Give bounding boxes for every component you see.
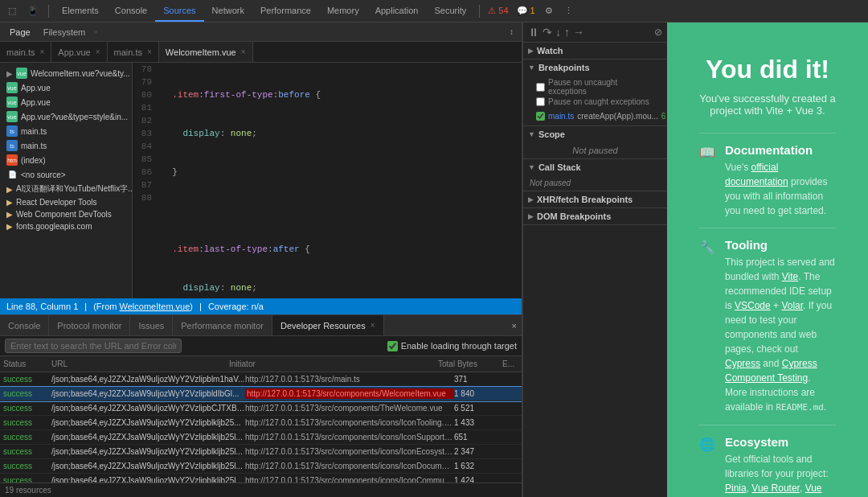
enable-loading-checkbox[interactable]: [387, 341, 398, 351]
call-stack-header[interactable]: ▼ Call Stack: [523, 159, 667, 175]
code-editor[interactable]: 78 79 80 81 82 83 84 85 86 87 88 .item:f…: [133, 63, 522, 298]
step-out-button[interactable]: ↑: [564, 26, 570, 39]
source-link[interactable]: WelcomeItem.vue: [120, 302, 190, 311]
tree-item-main-ts-1[interactable]: ts main.ts: [0, 124, 132, 138]
vue-router-link[interactable]: Vue Router: [751, 483, 800, 494]
inspect-button[interactable]: ⬚: [3, 4, 21, 18]
step-button[interactable]: →: [573, 26, 584, 39]
vue-file-icon: vue: [6, 111, 18, 122]
tab-security[interactable]: Security: [426, 0, 474, 22]
tree-item-no-source[interactable]: 📄 <no source>: [0, 167, 132, 182]
close-bottom-panel[interactable]: ×: [507, 319, 522, 332]
pinia-link[interactable]: Pinia: [725, 483, 747, 494]
tree-item-app-vue-1[interactable]: vue App.vue: [0, 80, 132, 95]
bottom-tab-protocol[interactable]: Protocol monitor: [49, 315, 130, 335]
tooling-icon: 🔧: [699, 240, 715, 255]
tree-item-app-vue-style[interactable]: vue App.vue?vue&type=style&in...: [0, 109, 132, 124]
network-row[interactable]: success /json;base64,eyJ2ZXJzaW9uIjozWyY…: [0, 372, 522, 387]
vue-page-subtitle: You've successfully created a project wi…: [699, 92, 836, 117]
vscode-link[interactable]: VSCode: [735, 300, 771, 311]
bottom-tab-issues[interactable]: Issues: [130, 315, 173, 335]
editor-tab-app-vue[interactable]: App.vue ×: [51, 42, 107, 62]
row-status: success: [3, 476, 51, 483]
right-debugger-panel: ⏸ ↷ ↓ ↑ → ⊘ ▶ Watch ▼ Breakpoints: [522, 23, 667, 497]
tab-sources[interactable]: Sources: [155, 0, 203, 22]
bottom-tab-perf-monitor[interactable]: Performance monitor: [173, 315, 272, 335]
network-row[interactable]: success /json;base64,eyJ2ZXJsaW9uIjozWyY…: [0, 430, 522, 445]
tab-network[interactable]: Network: [204, 0, 252, 22]
network-row[interactable]: success /json;base64,eyJ2ZXJsaW9uIjozWyY…: [0, 387, 522, 401]
close-icon[interactable]: ×: [96, 47, 100, 56]
editor-tab-welcomeitem[interactable]: WelcomeItem.vue ×: [159, 42, 253, 62]
sub-tab-page[interactable]: Page: [3, 23, 37, 41]
network-row[interactable]: success /json;base64,eyJ2ZXJsaW9uIjozWyY…: [0, 474, 522, 483]
breakpoints-header[interactable]: ▼ Breakpoints: [523, 60, 667, 76]
pause-caught-checkbox[interactable]: [536, 97, 545, 106]
xhr-header[interactable]: ▶ XHR/fetch Breakpoints: [523, 191, 667, 207]
tab-console[interactable]: Console: [107, 0, 155, 22]
left-panel: Page Filesystem » ↕ main.ts × App.vue × …: [0, 23, 522, 497]
network-row[interactable]: success /json;base64,eyJ2ZXJsaW9uIjozWyY…: [0, 416, 522, 430]
row-initiator: http://127.0.0.1:5173/src/main.ts: [245, 375, 454, 384]
file-tree: ▶ vue WelcomeItem.vue?vue&ty... vue App.…: [0, 63, 133, 298]
volar-link[interactable]: Volar: [781, 300, 803, 311]
tree-item-welcomeitem-vue[interactable]: ▶ vue WelcomeItem.vue?vue&ty...: [0, 66, 132, 80]
tab-application[interactable]: Application: [367, 0, 427, 22]
editor-tab-main-ts-1[interactable]: main.ts ×: [0, 42, 51, 62]
close-icon[interactable]: ×: [147, 47, 152, 56]
bottom-tab-console[interactable]: Console: [0, 315, 49, 335]
tab-memory[interactable]: Memory: [319, 0, 367, 22]
breakpoint-checkbox[interactable]: [536, 112, 545, 121]
ts-file-icon: ts: [6, 140, 18, 151]
settings-button[interactable]: ⚙: [540, 4, 558, 18]
col-header-bytes[interactable]: Total Bytes: [438, 359, 502, 368]
tab-performance[interactable]: Performance: [252, 0, 319, 22]
row-status: success: [3, 375, 51, 384]
step-over-button[interactable]: ↷: [542, 26, 552, 39]
network-row[interactable]: success /json;base64,eyJ2ZXJsaW9uIjozWyY…: [0, 445, 522, 459]
network-row[interactable]: success /json;base64,eyJ2ZXJsaW9uIjozWyY…: [0, 401, 522, 416]
network-row[interactable]: success /json;base64,eyJ2ZXJsaW9uIjozWyY…: [0, 459, 522, 474]
step-into-button[interactable]: ↓: [555, 26, 561, 39]
enable-loading-toggle[interactable]: Enable loading through target: [387, 341, 517, 351]
col-header-initiator[interactable]: Initiator: [229, 359, 438, 368]
watch-header[interactable]: ▶ Watch: [523, 43, 667, 59]
editor-tab-main-ts-2[interactable]: main.ts ×: [108, 42, 159, 62]
vue-welcome-page: You did it! You've successfully created …: [667, 23, 868, 497]
tree-item-app-vue-2[interactable]: vue App.vue: [0, 95, 132, 109]
sub-tab-filesystem[interactable]: Filesystem: [37, 23, 92, 41]
device-button[interactable]: 📱: [23, 4, 43, 18]
tree-item-fonts[interactable]: ▶ fonts.googleapis.com: [0, 220, 132, 232]
pause-button[interactable]: ⏸: [528, 26, 539, 39]
tab-elements[interactable]: Elements: [54, 0, 107, 22]
official-docs-link[interactable]: official documentation: [725, 162, 788, 187]
deactivate-breakpoints-button[interactable]: ⊘: [654, 27, 662, 38]
cypress-link[interactable]: Cypress: [725, 358, 760, 369]
row-url: /json;base64,eyJ2ZXJsaW9uIjozWyY2Vzlipbl…: [51, 418, 245, 427]
dom-header[interactable]: ▶ DOM Breakpoints: [523, 208, 667, 224]
tree-item-main-ts-2[interactable]: ts main.ts: [0, 138, 132, 153]
vite-link[interactable]: Vite: [782, 271, 798, 282]
bottom-tab-dev-resources[interactable]: Developer Resources ×: [272, 315, 384, 335]
close-icon[interactable]: ×: [39, 47, 44, 56]
scope-header[interactable]: ▼ Scope: [523, 126, 667, 142]
file-icon: 📄: [6, 169, 18, 180]
network-search-input[interactable]: [5, 339, 182, 353]
more-button[interactable]: ⋮: [559, 4, 578, 18]
tree-item-react[interactable]: ▶ React Developer Tools: [0, 196, 132, 208]
row-bytes: 6 521: [454, 404, 518, 413]
tree-item-webcomp[interactable]: ▶ Web Component DevTools: [0, 208, 132, 220]
close-icon[interactable]: ×: [371, 321, 375, 330]
col-header-status[interactable]: Status: [3, 359, 51, 368]
tree-item-ai[interactable]: ▶ AI汉语翻译和YouTube/Netflix字...: [0, 182, 132, 196]
tree-item-index[interactable]: htm (index): [0, 153, 132, 167]
col-header-e[interactable]: E...: [502, 359, 518, 368]
col-header-url[interactable]: URL: [51, 359, 229, 368]
sync-button[interactable]: ↕: [505, 26, 518, 38]
status-bar: Line 88, Column 1 | (From WelcomeItem.vu…: [0, 298, 522, 314]
network-footer: 19 resources: [0, 483, 522, 497]
close-icon[interactable]: ×: [241, 47, 246, 56]
pause-uncaught-checkbox[interactable]: [536, 83, 545, 92]
row-status: success: [3, 433, 51, 442]
sub-toolbar: Page Filesystem » ↕: [0, 23, 522, 42]
